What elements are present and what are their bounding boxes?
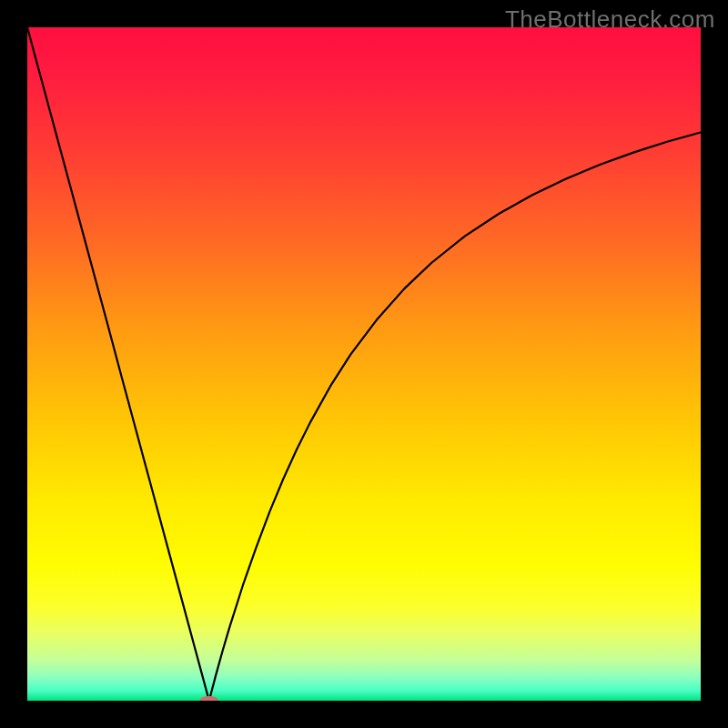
gradient-background — [27, 27, 701, 701]
chart-svg — [27, 27, 701, 701]
chart-frame: TheBottleneck.com — [0, 0, 728, 728]
plot-area — [27, 27, 701, 701]
watermark-text: TheBottleneck.com — [505, 5, 715, 34]
